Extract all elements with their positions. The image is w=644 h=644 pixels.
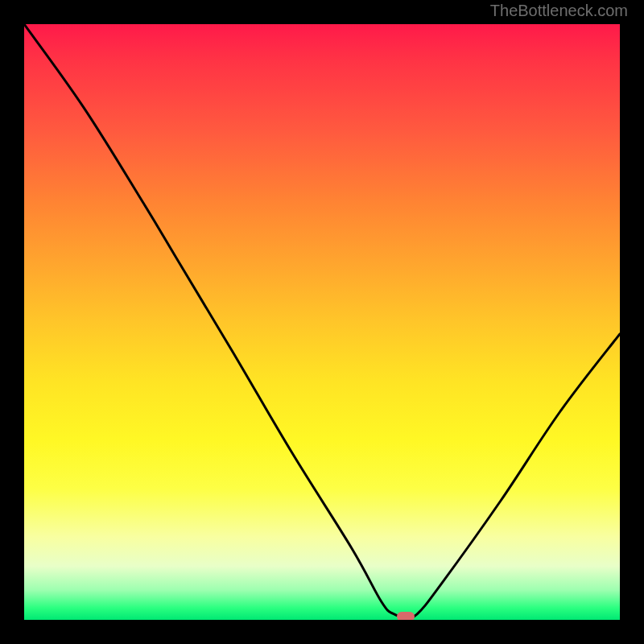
optimal-marker [397,612,415,620]
watermark-text: TheBottleneck.com [490,2,628,20]
plot-area [24,24,620,620]
bottleneck-curve [24,24,620,620]
